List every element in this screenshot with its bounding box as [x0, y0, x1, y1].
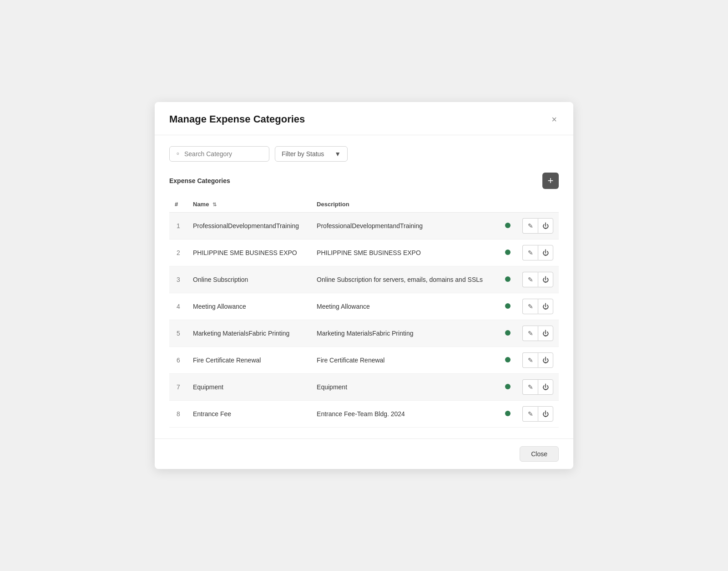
filter-label: Filter by Status — [282, 150, 324, 158]
row-actions: ✎ ⏻ — [517, 374, 559, 401]
table-row: 7 Equipment Equipment ✎ ⏻ — [169, 374, 559, 401]
add-category-button[interactable]: + — [542, 173, 559, 189]
power-button[interactable]: ⏻ — [538, 272, 553, 287]
row-num: 5 — [169, 320, 187, 347]
row-description: Meeting Allowance — [311, 293, 499, 320]
modal-title: Manage Expense Categories — [169, 113, 305, 125]
col-header-status — [499, 196, 517, 213]
row-description: PHILIPPINE SME BUSINESS EXPO — [311, 240, 499, 266]
col-header-name: Name ⇅ — [187, 196, 311, 213]
filters-row: ⚬ Filter by Status ▼ — [169, 146, 559, 162]
row-description: ProfessionalDevelopmentandTraining — [311, 213, 499, 240]
status-dot — [505, 276, 511, 282]
filter-status-select[interactable]: Filter by Status ▼ — [275, 146, 348, 162]
row-actions: ✎ ⏻ — [517, 240, 559, 266]
table-header-row: # Name ⇅ Description — [169, 196, 559, 213]
row-description: Equipment — [311, 374, 499, 401]
row-num: 3 — [169, 266, 187, 293]
row-name: Fire Certificate Renewal — [187, 347, 311, 374]
power-button[interactable]: ⏻ — [538, 299, 553, 314]
table-section-header: Expense Categories + — [169, 173, 559, 189]
row-name: Equipment — [187, 374, 311, 401]
row-status — [499, 374, 517, 401]
row-name: Online Subscription — [187, 266, 311, 293]
modal-body: ⚬ Filter by Status ▼ Expense Categories … — [155, 135, 573, 438]
row-num: 1 — [169, 213, 187, 240]
expense-categories-table: # Name ⇅ Description 1 ProfessionalDevel… — [169, 196, 559, 428]
status-dot — [505, 330, 511, 336]
col-header-actions — [517, 196, 559, 213]
table-row: 4 Meeting Allowance Meeting Allowance ✎ … — [169, 293, 559, 320]
modal-close-button[interactable]: × — [550, 113, 559, 126]
table-row: 3 Online Subscription Online Subscriptio… — [169, 266, 559, 293]
name-sort-icon[interactable]: ⇅ — [212, 202, 217, 208]
search-input[interactable] — [184, 150, 263, 158]
row-actions: ✎ ⏻ — [517, 401, 559, 428]
power-button[interactable]: ⏻ — [538, 379, 553, 395]
row-num: 7 — [169, 374, 187, 401]
row-description: Marketing MaterialsFabric Printing — [311, 320, 499, 347]
table-body: 1 ProfessionalDevelopmentandTraining Pro… — [169, 213, 559, 428]
modal-header: Manage Expense Categories × — [155, 102, 573, 135]
power-button[interactable]: ⏻ — [538, 406, 553, 422]
row-actions: ✎ ⏻ — [517, 320, 559, 347]
row-status — [499, 347, 517, 374]
edit-button[interactable]: ✎ — [522, 406, 538, 422]
table-row: 5 Marketing MaterialsFabric Printing Mar… — [169, 320, 559, 347]
power-button[interactable]: ⏻ — [538, 326, 553, 341]
edit-button[interactable]: ✎ — [522, 272, 538, 287]
status-dot — [505, 250, 511, 255]
row-name: Marketing MaterialsFabric Printing — [187, 320, 311, 347]
row-status — [499, 240, 517, 266]
row-status — [499, 320, 517, 347]
row-name: Entrance Fee — [187, 401, 311, 428]
row-actions: ✎ ⏻ — [517, 347, 559, 374]
table-row: 2 PHILIPPINE SME BUSINESS EXPO PHILIPPIN… — [169, 240, 559, 266]
table-row: 1 ProfessionalDevelopmentandTraining Pro… — [169, 213, 559, 240]
status-dot — [505, 303, 511, 309]
power-button[interactable]: ⏻ — [538, 245, 553, 260]
table-row: 8 Entrance Fee Entrance Fee-Team Bldg. 2… — [169, 401, 559, 428]
search-box: ⚬ — [169, 146, 269, 162]
filter-arrow-icon: ▼ — [334, 150, 341, 158]
row-num: 4 — [169, 293, 187, 320]
edit-button[interactable]: ✎ — [522, 299, 538, 314]
edit-button[interactable]: ✎ — [522, 352, 538, 368]
row-description: Online Subscription for servers, emails,… — [311, 266, 499, 293]
row-name: PHILIPPINE SME BUSINESS EXPO — [187, 240, 311, 266]
row-description: Fire Certificate Renewal — [311, 347, 499, 374]
row-actions: ✎ ⏻ — [517, 213, 559, 240]
row-actions: ✎ ⏻ — [517, 266, 559, 293]
edit-button[interactable]: ✎ — [522, 326, 538, 341]
status-dot — [505, 411, 511, 416]
search-icon: ⚬ — [175, 150, 181, 158]
power-button[interactable]: ⏻ — [538, 218, 553, 234]
row-status — [499, 213, 517, 240]
manage-expense-categories-modal: Manage Expense Categories × ⚬ Filter by … — [155, 102, 573, 469]
row-status — [499, 293, 517, 320]
close-button[interactable]: Close — [520, 446, 559, 462]
status-dot — [505, 223, 511, 228]
table-section-title: Expense Categories — [169, 177, 230, 184]
status-dot — [505, 357, 511, 362]
row-num: 8 — [169, 401, 187, 428]
edit-button[interactable]: ✎ — [522, 245, 538, 260]
row-actions: ✎ ⏻ — [517, 293, 559, 320]
row-name: Meeting Allowance — [187, 293, 311, 320]
modal-footer: Close — [155, 438, 573, 469]
row-status — [499, 401, 517, 428]
row-name: ProfessionalDevelopmentandTraining — [187, 213, 311, 240]
row-num: 6 — [169, 347, 187, 374]
row-status — [499, 266, 517, 293]
row-description: Entrance Fee-Team Bldg. 2024 — [311, 401, 499, 428]
row-num: 2 — [169, 240, 187, 266]
modal-overlay: Manage Expense Categories × ⚬ Filter by … — [0, 102, 728, 469]
col-header-num: # — [169, 196, 187, 213]
power-button[interactable]: ⏻ — [538, 352, 553, 368]
col-header-description: Description — [311, 196, 499, 213]
table-row: 6 Fire Certificate Renewal Fire Certific… — [169, 347, 559, 374]
edit-button[interactable]: ✎ — [522, 218, 538, 234]
status-dot — [505, 384, 511, 389]
edit-button[interactable]: ✎ — [522, 379, 538, 395]
